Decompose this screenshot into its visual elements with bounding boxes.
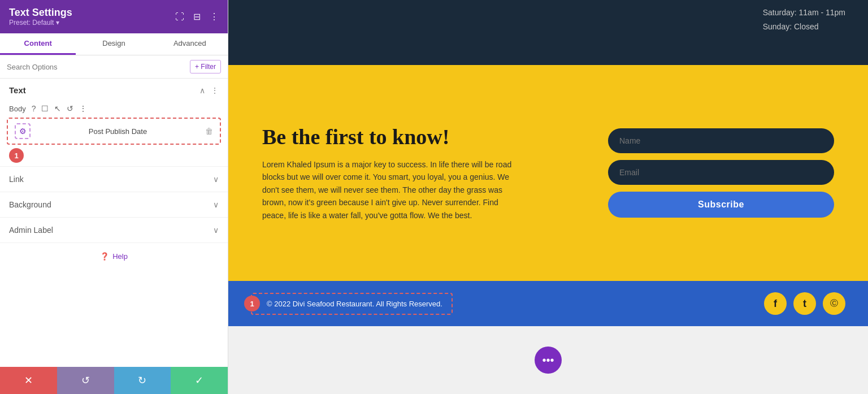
reset-icon[interactable]: ↺: [67, 104, 73, 113]
text-section-controls: ∧ ⋮: [199, 86, 219, 95]
admin-label-section-header[interactable]: Admin Label ∨: [0, 218, 228, 243]
text-toolbar: Body ? ☐ ↖ ↺ ⋮: [0, 102, 228, 118]
search-bar: + Filter: [0, 55, 228, 79]
delete-icon[interactable]: 🗑: [205, 127, 213, 136]
background-chevron-icon: ∨: [213, 200, 219, 209]
panel-title: Text Settings: [9, 7, 72, 19]
tab-advanced[interactable]: Advanced: [152, 33, 228, 55]
background-section: Background ∨: [0, 192, 228, 218]
help-label: Help: [112, 252, 128, 261]
help-row[interactable]: ❓ Help: [0, 243, 228, 270]
footer-copyright: © 2022 Divi Seafood Restaurant. All Righ…: [267, 300, 442, 308]
background-section-header[interactable]: Background ∨: [0, 192, 228, 217]
device-icon[interactable]: ☐: [41, 104, 49, 113]
cancel-icon: ✕: [24, 374, 33, 387]
options-icon[interactable]: ⋮: [79, 104, 87, 113]
hours-text: Saturday: 11am - 11pm Sunday: Closed: [763, 6, 845, 34]
panel-header-icons: ⛶ ⊟ ⋮: [175, 11, 219, 22]
canvas-white-bottom: •••: [228, 326, 868, 394]
newsletter-heading: Be the first to know!: [262, 124, 585, 149]
footer-social: f t Ⓒ: [764, 292, 845, 315]
fab-button[interactable]: •••: [535, 347, 562, 374]
redo-button[interactable]: ↻: [114, 367, 171, 394]
admin-label-title: Admin Label: [9, 226, 53, 235]
cancel-button[interactable]: ✕: [0, 367, 57, 394]
fullscreen-icon[interactable]: ⛶: [175, 12, 184, 22]
undo-icon: ↺: [81, 374, 90, 387]
instagram-icon[interactable]: Ⓒ: [823, 292, 845, 315]
newsletter-form: Subscribe: [608, 128, 834, 218]
text-badge: 1: [9, 148, 24, 163]
cursor-icon[interactable]: ↖: [54, 104, 61, 113]
gear-icon[interactable]: ⚙: [15, 123, 31, 139]
text-section-title: Text: [9, 85, 26, 95]
body-label: Body: [9, 105, 26, 113]
panel-tabs: Content Design Advanced: [0, 33, 228, 55]
email-input[interactable]: [608, 160, 834, 185]
footer-copyright-wrapper: 1 © 2022 Divi Seafood Restaurant. All Ri…: [251, 293, 453, 315]
admin-label-section: Admin Label ∨: [0, 218, 228, 243]
canvas: Saturday: 11am - 11pm Sunday: Closed Be …: [228, 0, 868, 394]
admin-label-chevron-icon: ∨: [213, 226, 219, 235]
text-section: Text ∧ ⋮ Body ? ☐ ↖ ↺ ⋮ ⚙: [0, 79, 228, 167]
tab-design[interactable]: Design: [76, 33, 151, 55]
dark-section: Saturday: 11am - 11pm Sunday: Closed: [228, 0, 868, 65]
text-item-label: Post Publish Date: [31, 127, 205, 136]
help-circle-icon: ❓: [100, 252, 109, 261]
link-section: Link ∨: [0, 167, 228, 192]
text-item-post-publish: ⚙ Post Publish Date 🗑: [7, 118, 221, 145]
name-input[interactable]: [608, 128, 834, 153]
footer-badge: 1: [244, 296, 260, 311]
columns-icon[interactable]: ⊟: [193, 11, 201, 22]
text-more-icon[interactable]: ⋮: [211, 86, 219, 95]
undo-button[interactable]: ↺: [57, 367, 114, 394]
subscribe-button[interactable]: Subscribe: [608, 192, 834, 218]
search-input[interactable]: [7, 63, 185, 71]
text-section-header[interactable]: Text ∧ ⋮: [0, 79, 228, 102]
newsletter-body: Lorem Khaled Ipsum is a major key to suc…: [262, 158, 517, 222]
tab-content[interactable]: Content: [0, 33, 76, 55]
link-section-title: Link: [9, 175, 24, 184]
link-section-header[interactable]: Link ∨: [0, 167, 228, 192]
newsletter-left: Be the first to know! Lorem Khaled Ipsum…: [262, 124, 585, 222]
panel-title-group: Text Settings Preset: Default ▾: [9, 7, 72, 27]
panel-preset[interactable]: Preset: Default ▾: [9, 19, 72, 27]
panel-header: Text Settings Preset: Default ▾ ⛶ ⊟ ⋮: [0, 0, 228, 33]
redo-icon: ↻: [138, 374, 146, 387]
save-icon: ✓: [195, 374, 203, 387]
more-icon[interactable]: ⋮: [210, 11, 219, 22]
footer: 1 © 2022 Divi Seafood Restaurant. All Ri…: [228, 281, 868, 326]
settings-panel: Text Settings Preset: Default ▾ ⛶ ⊟ ⋮ Co…: [0, 0, 228, 394]
bottom-toolbar: ✕ ↺ ↻ ✓: [0, 367, 228, 394]
filter-button[interactable]: + Filter: [190, 60, 221, 73]
help-icon-small[interactable]: ?: [32, 104, 36, 113]
sunday-hours: Sunday: Closed: [763, 20, 845, 34]
background-section-title: Background: [9, 200, 51, 209]
facebook-icon[interactable]: f: [764, 292, 787, 315]
twitter-icon[interactable]: t: [793, 292, 816, 315]
text-chevron-up-icon[interactable]: ∧: [199, 86, 205, 95]
saturday-hours: Saturday: 11am - 11pm: [763, 6, 845, 20]
yellow-section: Be the first to know! Lorem Khaled Ipsum…: [228, 65, 868, 281]
panel-content: Text ∧ ⋮ Body ? ☐ ↖ ↺ ⋮ ⚙: [0, 79, 228, 367]
fab-dots-icon: •••: [542, 354, 554, 367]
link-chevron-icon: ∨: [213, 175, 219, 184]
save-button[interactable]: ✓: [171, 367, 228, 394]
